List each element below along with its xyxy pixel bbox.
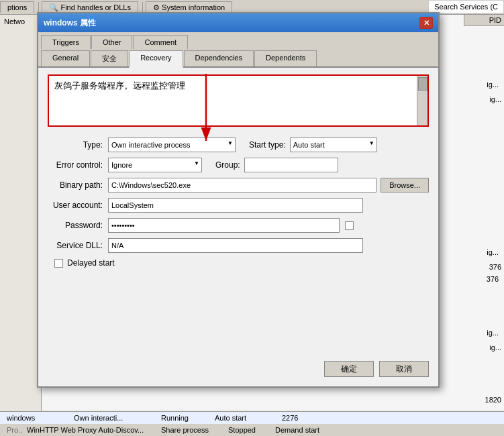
group-label: Group:	[215, 160, 240, 170]
error-select-wrapper: Ignore	[108, 158, 202, 172]
dialog-close-button[interactable]: ✕	[419, 17, 433, 29]
delayed-start-label: Delayed start	[67, 258, 115, 268]
right-label-3: ig...	[487, 329, 499, 337]
status-row-1: windows Own interacti... Running Auto st…	[0, 412, 504, 424]
right-label-4: 376	[487, 275, 499, 283]
binary-path-row: Binary path: Browse...	[48, 178, 429, 193]
tab-general[interactable]: General	[41, 50, 90, 66]
pid-column-header: PID	[464, 15, 504, 26]
sysinfo-icon: ⚙	[153, 3, 160, 11]
type-select-wrapper: Own interactive process	[108, 138, 236, 152]
status-row-1-pid: 2276	[278, 414, 501, 422]
status-row-2-status: Stopped	[224, 426, 271, 434]
find-icon: 🔍	[49, 3, 58, 11]
right-edge-label-2: 376	[489, 263, 501, 271]
ok-button[interactable]: 确定	[324, 361, 374, 377]
dialog-content: 灰鸽子服务端程序。远程监控管理 Type: Own interactive pr…	[38, 68, 438, 274]
tab-other[interactable]: Other	[91, 35, 133, 49]
service-dll-label: Service DLL:	[48, 241, 108, 250]
right-edge-label-1: ig...	[489, 95, 501, 103]
start-type-label: Start type:	[249, 140, 286, 150]
start-type-select[interactable]: Auto start	[290, 138, 377, 152]
toolbar-tab-find[interactable]: 🔍 Find handles or DLLs	[42, 1, 138, 13]
sidebar-label: Netwo	[0, 15, 41, 28]
status-row-2-startup: Demand start	[271, 426, 501, 434]
status-row-2-type: Share process	[157, 426, 224, 434]
dialog-buttons: 确定 取消	[324, 361, 429, 377]
dialog-tabs-row1: Triggers Other Comment	[38, 32, 438, 49]
tab-comment[interactable]: Comment	[133, 35, 188, 49]
delayed-start-row: Delayed start	[54, 258, 429, 268]
delayed-start-checkbox[interactable]	[54, 259, 63, 268]
type-select[interactable]: Own interactive process	[108, 138, 236, 152]
error-control-row: Error control: Ignore Group:	[48, 158, 429, 172]
binary-path-input[interactable]	[108, 178, 376, 193]
right-label-1: ig...	[487, 80, 499, 89]
status-row-1-name: windows	[3, 414, 70, 422]
cancel-button[interactable]: 取消	[379, 361, 429, 377]
tab-recovery[interactable]: Recovery	[129, 50, 183, 68]
tab-dependents[interactable]: Dependents	[254, 50, 317, 66]
password-checkbox[interactable]	[345, 221, 354, 230]
status-bar: windows Own interacti... Running Auto st…	[0, 411, 504, 436]
start-type-select-wrapper: Auto start	[290, 138, 377, 152]
right-edge-label-3: ig...	[489, 343, 501, 351]
status-row-1-startup: Auto start	[211, 414, 278, 422]
right-edge-label-4: 1820	[485, 396, 501, 404]
left-sidebar: Netwo	[0, 15, 42, 436]
description-text: 灰鸽子服务端程序。远程监控管理	[54, 80, 185, 91]
toolbar-tab-options[interactable]: ptions	[0, 1, 34, 13]
status-row-2-fullname: WinHTTP Web Proxy Auto-Discov...	[23, 426, 157, 434]
dialog-titlebar: windows 属性 ✕	[38, 13, 438, 32]
right-label-2: ig...	[487, 248, 499, 256]
error-control-select[interactable]: Ignore	[108, 158, 202, 172]
search-services-input[interactable]: Search Services (C	[428, 0, 504, 13]
password-row: Password:	[48, 218, 429, 233]
password-input[interactable]	[108, 218, 340, 233]
group-input[interactable]	[244, 158, 338, 172]
password-label: Password:	[48, 221, 108, 230]
dialog-title: windows 属性	[44, 17, 419, 29]
scrollbar-thumb[interactable]	[418, 77, 427, 91]
status-row-1-status: Running	[157, 414, 211, 422]
user-account-input[interactable]	[108, 198, 363, 213]
status-row-1-type: Own interacti...	[70, 414, 157, 422]
user-account-label: User account:	[48, 201, 108, 210]
browse-button[interactable]: Browse...	[381, 178, 429, 193]
dialog-tabs-row2: General 安全 Recovery Dependencies Depende…	[38, 49, 438, 68]
tab-dependencies[interactable]: Dependencies	[184, 50, 254, 66]
tab-triggers[interactable]: Triggers	[41, 35, 91, 49]
description-container: 灰鸽子服务端程序。远程监控管理	[48, 74, 429, 127]
status-row-2: Pro... WinHTTP Web Proxy Auto-Discov... …	[0, 424, 504, 436]
toolbar-tab-sysinfo[interactable]: ⚙ System information	[146, 1, 232, 13]
user-account-row: User account:	[48, 198, 429, 213]
tab-security[interactable]: 安全	[91, 50, 128, 66]
type-row: Type: Own interactive process Start type…	[48, 138, 429, 152]
error-control-label: Error control:	[48, 160, 108, 170]
service-dll-input[interactable]	[108, 238, 363, 253]
toolbar-separator-2	[142, 2, 143, 13]
service-dll-row: Service DLL:	[48, 238, 429, 253]
description-scrollbar[interactable]	[417, 76, 427, 125]
binary-path-label: Binary path:	[48, 180, 108, 190]
description-area: 灰鸽子服务端程序。远程监控管理	[48, 74, 429, 127]
toolbar-separator	[38, 2, 39, 13]
dialog-window: windows 属性 ✕ Triggers Other Comment Gene…	[37, 12, 440, 388]
status-row-2-abbr: Pro...	[3, 426, 23, 434]
type-label: Type:	[48, 140, 108, 150]
